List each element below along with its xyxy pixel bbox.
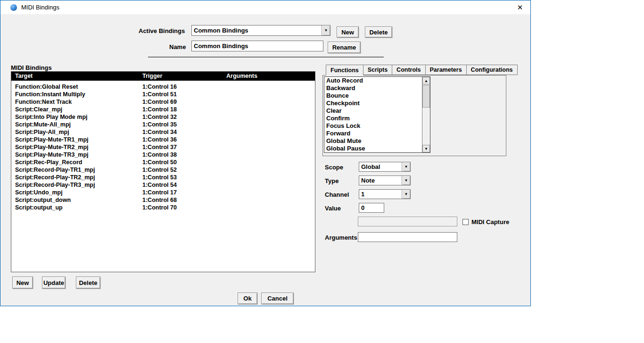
- cell-target: Function:Global Reset: [15, 84, 78, 90]
- table-row[interactable]: Script:Play-Mute-TR2_mpj1:Control 37: [11, 144, 315, 151]
- midi-capture-checkbox[interactable]: [462, 219, 469, 225]
- list-item[interactable]: Auto Record: [324, 77, 422, 84]
- desktop: MIDI Bindings ✕ Active Bindings Common B…: [0, 0, 644, 343]
- close-icon[interactable]: ✕: [515, 3, 525, 12]
- type-dropdown[interactable]: Note ▼: [359, 176, 411, 185]
- table-row[interactable]: Script:Play-All_mpj1:Control 34: [11, 129, 315, 136]
- cancel-button[interactable]: Cancel: [261, 293, 294, 304]
- channel-dropdown[interactable]: 1 ▼: [359, 189, 411, 199]
- scroll-down-icon[interactable]: ▼: [422, 145, 430, 152]
- table-row[interactable]: Script:Clear_mpj1:Control 18: [11, 106, 315, 114]
- cell-target: Script:Play-Mute-TR2_mpj: [15, 144, 89, 151]
- table-header: Target Trigger Arguments: [11, 72, 315, 81]
- midi-capture-label: MIDI Capture: [471, 218, 509, 226]
- cell-trigger: 1:Control 32: [142, 114, 177, 120]
- cell-target: Function:Next Track: [15, 99, 72, 105]
- cell-trigger: 1:Control 53: [142, 174, 177, 181]
- ok-button[interactable]: Ok: [238, 293, 257, 304]
- arguments-input[interactable]: [358, 232, 457, 242]
- list-item[interactable]: Forward: [324, 130, 422, 137]
- new-binding-set-button[interactable]: New: [337, 26, 359, 38]
- table-row[interactable]: Function:Instant Multiply1:Control 51: [11, 91, 315, 99]
- list-item[interactable]: Checkpoint: [324, 100, 422, 107]
- window-title: MIDI Bindings: [21, 4, 59, 11]
- list-item[interactable]: Global Mute: [324, 137, 422, 145]
- list-item[interactable]: Bounce: [324, 92, 422, 100]
- cell-trigger: 1:Control 35: [142, 121, 177, 128]
- value-input[interactable]: [359, 203, 384, 213]
- table-row[interactable]: Script:output_up1:Control 70: [11, 204, 315, 212]
- scope-label: Scope: [325, 164, 343, 171]
- tab-controls[interactable]: Controls: [392, 65, 425, 75]
- scope-dropdown[interactable]: Global ▼: [359, 162, 411, 172]
- table-row[interactable]: Script:Play-Mute-TR3_mpj1:Control 38: [11, 151, 315, 159]
- new-binding-button[interactable]: New: [12, 276, 33, 289]
- table-row[interactable]: Function:Global Reset1:Control 16: [11, 84, 315, 91]
- cell-trigger: 1:Control 50: [142, 159, 177, 166]
- cell-target: Script:Undo_mpj: [15, 189, 63, 196]
- scroll-up-icon[interactable]: ▲: [422, 77, 430, 84]
- update-binding-button[interactable]: Update: [42, 276, 66, 289]
- cell-trigger: 1:Control 52: [142, 167, 177, 173]
- delete-binding-button[interactable]: Delete: [76, 276, 100, 289]
- list-item[interactable]: Global Pause: [324, 145, 422, 152]
- cell-target: Script:Play-Mute-TR1_mpj: [15, 136, 89, 143]
- table-row[interactable]: Script:Undo_mpj1:Control 17: [11, 189, 315, 197]
- cell-trigger: 1:Control 69: [142, 99, 177, 105]
- type-label: Type: [325, 177, 339, 184]
- table-row[interactable]: Script:Record-Play-TR2_mpj1:Control 53: [11, 174, 315, 182]
- cell-target: Script:Into Play Mode mpj: [15, 114, 88, 120]
- cell-target: Script:Clear_mpj: [15, 106, 62, 113]
- table-row[interactable]: Script:output_down1:Control 68: [11, 197, 315, 204]
- list-item[interactable]: Clear: [324, 107, 422, 115]
- delete-binding-set-button[interactable]: Delete: [365, 26, 392, 38]
- chevron-down-icon[interactable]: ▼: [322, 25, 330, 35]
- chevron-down-icon[interactable]: ▼: [402, 176, 410, 185]
- list-item[interactable]: Focus Lock: [324, 122, 422, 130]
- tab-functions[interactable]: Functions: [326, 65, 363, 75]
- arguments-label: Arguments: [325, 234, 357, 241]
- cell-target: Script:Play-All_mpj: [15, 129, 69, 135]
- bindings-table[interactable]: Target Trigger Arguments Function:Global…: [11, 71, 315, 272]
- tab-parameters[interactable]: Parameters: [425, 65, 467, 75]
- list-item[interactable]: Confirm: [324, 115, 422, 122]
- midi-bindings-window: MIDI Bindings ✕ Active Bindings Common B…: [0, 0, 531, 306]
- cell-trigger: 1:Control 18: [142, 106, 177, 113]
- table-row[interactable]: Script:Rec-Play_Record1:Control 50: [11, 159, 315, 167]
- chevron-down-icon[interactable]: ▼: [402, 190, 410, 199]
- name-input[interactable]: [191, 41, 323, 51]
- rename-button[interactable]: Rename: [328, 42, 361, 53]
- tab-scripts[interactable]: Scripts: [363, 65, 392, 75]
- table-row[interactable]: Script:Record-Play-TR3_mpj1:Control 54: [11, 182, 315, 189]
- cell-target: Script:Play-Mute-TR3_mpj: [15, 151, 89, 158]
- cell-target: Script:Rec-Play_Record: [15, 159, 82, 166]
- cell-trigger: 1:Control 51: [142, 91, 177, 98]
- separator: [148, 57, 384, 58]
- functions-listbox[interactable]: Auto RecordBackwardBounceCheckpointClear…: [324, 76, 430, 153]
- table-row[interactable]: Script:Into Play Mode mpj1:Control 32: [11, 114, 315, 121]
- tab-configurations[interactable]: Configurations: [466, 65, 518, 75]
- active-bindings-dropdown[interactable]: Common Bindings ▼: [191, 25, 330, 36]
- list-item[interactable]: Backward: [324, 84, 422, 92]
- cell-target: Script:Record-Play-TR2_mpj: [15, 174, 95, 181]
- column-header-trigger[interactable]: Trigger: [142, 73, 162, 79]
- active-bindings-label: Active Bindings: [139, 27, 185, 34]
- column-header-target[interactable]: Target: [15, 73, 33, 79]
- tab-strip: FunctionsScriptsControlsParametersConfig…: [326, 65, 518, 75]
- table-row[interactable]: Function:Next Track1:Control 69: [11, 99, 315, 106]
- app-icon: [10, 4, 17, 11]
- scrollbar-thumb[interactable]: [422, 85, 430, 108]
- channel-label: Channel: [325, 191, 349, 198]
- titlebar[interactable]: MIDI Bindings ✕: [0, 0, 530, 14]
- table-row[interactable]: Script:Mute-All_mpj1:Control 35: [11, 121, 315, 129]
- cell-trigger: 1:Control 37: [142, 144, 177, 151]
- table-row[interactable]: Script:Record-Play-TR1_mpj1:Control 52: [11, 167, 315, 174]
- table-row[interactable]: Script:Play-Mute-TR1_mpj1:Control 36: [11, 136, 315, 144]
- scrollbar[interactable]: ▲ ▼: [422, 77, 430, 152]
- column-header-arguments[interactable]: Arguments: [226, 73, 257, 79]
- cell-trigger: 1:Control 54: [142, 182, 177, 188]
- cell-trigger: 1:Control 38: [142, 151, 177, 158]
- cell-trigger: 1:Control 68: [142, 197, 177, 203]
- chevron-down-icon[interactable]: ▼: [402, 162, 410, 171]
- midi-bindings-section-label: MIDI Bindings: [11, 64, 52, 71]
